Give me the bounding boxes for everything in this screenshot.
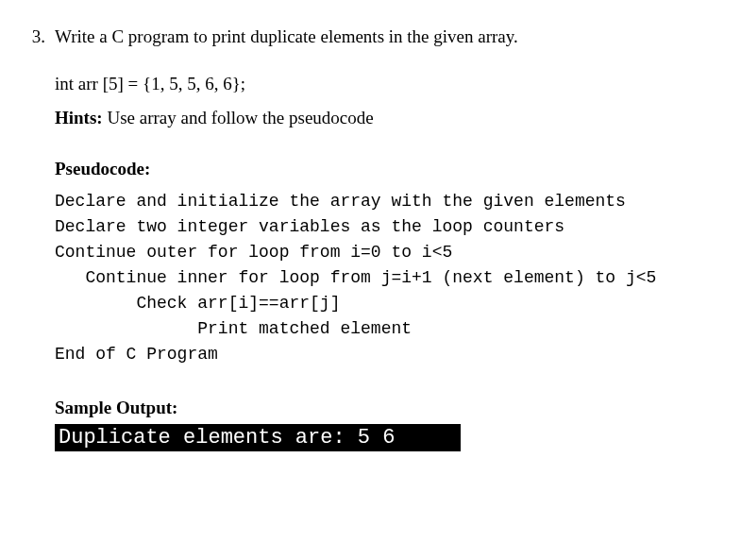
terminal-output: Duplicate elements are: 5 6: [55, 424, 461, 451]
question-number: 3.: [26, 26, 55, 47]
question-row: 3. Write a C program to print duplicate …: [26, 26, 703, 60]
array-declaration: int arr [5] = {1, 5, 5, 6, 6};: [55, 74, 703, 94]
hints-text: Use array and follow the pseudocode: [103, 108, 374, 127]
pseudocode-heading: Pseudocode:: [55, 159, 703, 179]
hints-line: Hints: Use array and follow the pseudoco…: [55, 108, 703, 128]
question-text: Write a C program to print duplicate ele…: [55, 26, 518, 47]
sample-output-heading: Sample Output:: [55, 398, 703, 418]
pseudocode-body: Declare and initialize the array with th…: [55, 189, 703, 367]
content-block: int arr [5] = {1, 5, 5, 6, 6}; Hints: Us…: [55, 74, 703, 451]
hints-label: Hints:: [55, 108, 103, 127]
